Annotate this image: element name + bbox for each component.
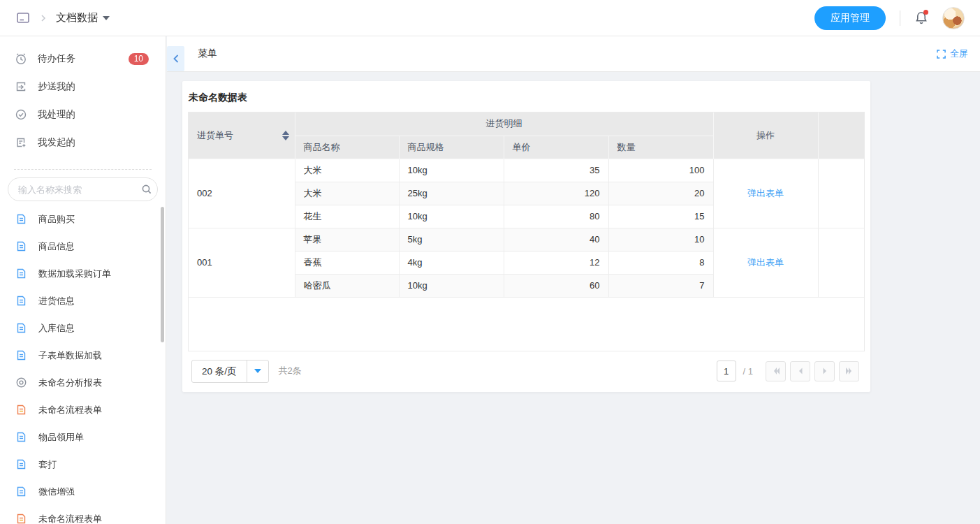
sidebar-item-started-by-me[interactable]: 我发起的 — [0, 129, 166, 157]
page-size-value: 20 条/页 — [192, 361, 247, 382]
sidebar-item-label: 抄送我的 — [38, 80, 75, 93]
popup-form-link[interactable]: 弹出表单 — [747, 257, 784, 268]
sidebar-item-form-7[interactable]: 未命名流程表单 — [0, 396, 166, 423]
sidebar-item-label: 物品领用单 — [38, 431, 84, 444]
sidebar-item-form-11[interactable]: 未命名流程表单 — [0, 505, 166, 524]
cell-order-no: 002 — [189, 159, 295, 228]
cell-order-no: 001 — [189, 228, 295, 297]
check-circle-icon — [15, 108, 27, 121]
fullscreen-icon — [937, 50, 946, 59]
prev-page-button[interactable] — [790, 361, 810, 381]
sidebar-scrollbar[interactable] — [161, 207, 164, 342]
flow-doc-icon — [15, 513, 27, 524]
page-size-caret-icon — [247, 361, 268, 382]
form-doc-icon — [15, 458, 27, 470]
user-avatar[interactable] — [942, 7, 965, 29]
table-row: 002 大米 10kg 35 100 弹出表单 — [189, 159, 864, 182]
sidebar-item-form-10[interactable]: 微信增强 — [0, 478, 166, 505]
breadcrumb-title: 文档数据 — [56, 11, 98, 24]
popup-form-link[interactable]: 弹出表单 — [747, 188, 784, 198]
first-page-button[interactable] — [766, 361, 786, 381]
app-manage-button[interactable]: 应用管理 — [814, 6, 886, 30]
pager: / 1 — [717, 361, 859, 381]
sort-icon[interactable] — [282, 131, 289, 140]
last-page-button[interactable] — [839, 361, 859, 381]
form-doc-icon — [15, 349, 27, 361]
sidebar-item-form-8[interactable]: 物品领用单 — [0, 423, 166, 451]
next-page-button[interactable] — [814, 361, 835, 381]
doc-arrow-icon — [15, 80, 27, 93]
col-header-product-name: 商品名称 — [295, 136, 399, 159]
page-number-input[interactable] — [717, 361, 736, 381]
total-count: 共2条 — [279, 365, 302, 377]
sidebar-item-label: 待办任务 — [38, 52, 75, 65]
data-table-card: 未命名数据表 进货单号 — [182, 81, 870, 392]
sidebar-item-label: 商品信息 — [38, 240, 75, 253]
sidebar-item-form-9[interactable]: 套打 — [0, 451, 166, 478]
sidebar-item-cc-to-me[interactable]: 抄送我的 — [0, 73, 166, 101]
sidebar-item-label: 数据加载采购订单 — [38, 268, 111, 280]
col-header-product-spec: 商品规格 — [399, 136, 504, 159]
topbar: 文档数据 应用管理 — [0, 0, 980, 36]
page-total: / 1 — [743, 366, 753, 377]
chevron-right-icon — [39, 14, 47, 22]
caret-down-icon — [103, 16, 110, 20]
sidebar-item-form-4[interactable]: 入库信息 — [0, 314, 166, 342]
sidebar-item-label: 商品购买 — [38, 213, 75, 226]
col-header-action: 操作 — [713, 112, 818, 159]
sidebar-item-form-3[interactable]: 进货信息 — [0, 287, 166, 314]
table-wrap: 进货单号 进货明细 操作 商品名称 商品规格 单价 — [188, 112, 865, 351]
sidebar-item-label: 未命名流程表单 — [38, 513, 102, 524]
sidebar: 待办任务 10 抄送我的 我处理的 — [0, 36, 166, 524]
sidebar-divider — [14, 169, 152, 170]
form-doc-icon — [15, 431, 27, 443]
sidebar-item-label: 未命名分析报表 — [38, 377, 102, 389]
sidebar-item-form-6[interactable]: 未命名分析报表 — [0, 369, 166, 396]
content: 未命名数据表 进货单号 — [167, 73, 980, 524]
cell-extra — [818, 228, 864, 297]
search-input[interactable] — [18, 184, 141, 195]
form-doc-icon — [15, 268, 27, 279]
sidebar-item-form-0[interactable]: 商品购买 — [0, 205, 166, 233]
topbar-divider — [900, 10, 900, 26]
workspace-monitor-icon[interactable] — [15, 10, 31, 26]
fullscreen-button[interactable]: 全屏 — [937, 48, 968, 60]
sidebar-form-list: 商品购买 商品信息 数据加载采购订单 进货信息 入库信息 — [0, 205, 166, 524]
form-doc-icon — [15, 240, 27, 252]
sidebar-item-form-5[interactable]: 子表单数据加载 — [0, 342, 166, 369]
sidebar-item-label: 微信增强 — [38, 486, 75, 498]
breadcrumb-app-selector[interactable]: 文档数据 — [56, 11, 110, 24]
notification-bell-icon[interactable] — [914, 10, 928, 25]
clock-icon — [15, 52, 27, 65]
sidebar-item-handled-by-me[interactable]: 我处理的 — [0, 101, 166, 129]
sidebar-search — [8, 177, 158, 201]
sidebar-item-todo-tasks[interactable]: 待办任务 10 — [0, 45, 166, 73]
sidebar-item-label: 进货信息 — [38, 295, 75, 307]
cell-action: 弹出表单 — [713, 228, 818, 297]
report-icon — [15, 377, 27, 388]
cell-action: 弹出表单 — [713, 159, 818, 228]
search-icon[interactable] — [141, 184, 152, 195]
flow-doc-icon — [15, 404, 27, 416]
col-header-unit-price: 单价 — [504, 136, 608, 159]
sidebar-item-label: 子表单数据加载 — [38, 349, 102, 362]
form-doc-icon — [15, 486, 27, 497]
breadcrumb: 文档数据 — [15, 10, 110, 26]
col-header-order-no: 进货单号 — [189, 112, 295, 159]
page-header: 菜单 全屏 — [167, 36, 980, 72]
sidebar-item-label: 我发起的 — [38, 136, 75, 149]
page-title: 菜单 — [198, 48, 217, 60]
sidebar-item-label: 套打 — [38, 458, 57, 471]
todo-count-badge: 10 — [129, 53, 149, 65]
form-doc-icon — [15, 322, 27, 334]
sidebar-item-form-1[interactable]: 商品信息 — [0, 233, 166, 260]
notification-dot — [923, 10, 928, 15]
sidebar-item-label: 未命名流程表单 — [38, 404, 102, 416]
back-button[interactable] — [167, 46, 184, 71]
sidebar-item-form-2[interactable]: 数据加载采购订单 — [0, 260, 166, 287]
card-title: 未命名数据表 — [182, 81, 870, 112]
page-size-select[interactable]: 20 条/页 — [191, 360, 269, 383]
col-header-detail-group: 进货明细 — [295, 112, 713, 136]
data-table: 进货单号 进货明细 操作 商品名称 商品规格 单价 — [189, 112, 864, 298]
doc-plus-icon — [15, 136, 27, 149]
